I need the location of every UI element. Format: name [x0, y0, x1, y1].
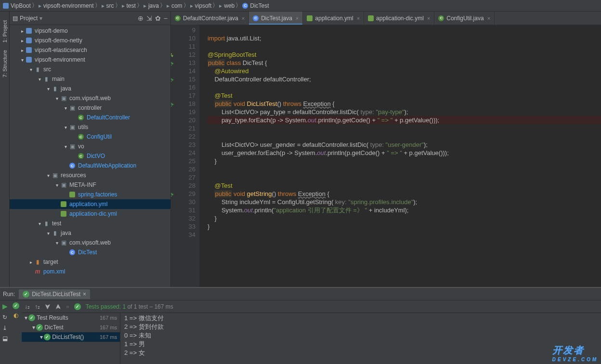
console-line: 1 => 男	[124, 340, 597, 349]
tree-item[interactable]: CConfigUtil	[10, 132, 170, 142]
tree-item[interactable]: CDicTest	[10, 247, 170, 257]
tree-item[interactable]: ▾▣com.vipsoft.web	[10, 93, 170, 103]
test-tree[interactable]: ▾✓ Test Results167 ms▾✓ DicTest167 ms▾✓ …	[22, 313, 120, 364]
tree-item[interactable]: ▾▮test	[10, 219, 170, 228]
sort-icon[interactable]: ↓₂	[25, 303, 30, 310]
breadcrumb-item[interactable]: ▸ web	[219, 2, 235, 9]
test-row[interactable]: ▾✓ DicTest167 ms	[22, 323, 120, 332]
tree-item[interactable]: ▾▮src	[10, 65, 170, 74]
tests-passed-icon: ✓	[74, 303, 81, 310]
tree-item[interactable]: CDictVO	[10, 151, 170, 161]
tree-item[interactable]: ▾▣controller	[10, 103, 170, 113]
code-area[interactable]: 91011☘12⟳1314⟳151617⟳1819202122232425262…	[171, 25, 601, 287]
breadcrumb-item[interactable]: ▸ vipsoft	[190, 2, 212, 9]
expand-icon[interactable]: ⇲	[146, 14, 152, 22]
code[interactable]: import java.util.List; @SpringBootTestpu…	[200, 25, 601, 287]
tree-item[interactable]: ▸vipsoft-elasticsearch	[10, 45, 170, 55]
tree-item[interactable]: ▾▮java	[10, 228, 170, 238]
breadcrumb-item[interactable]: ▸ com	[167, 2, 183, 9]
tree-item[interactable]: ▾▮main	[10, 74, 170, 84]
tree-item[interactable]: ▾▣vo	[10, 142, 170, 151]
console-line: 0 => 未知	[124, 331, 597, 340]
stop-icon[interactable]: ↻	[2, 314, 7, 321]
tree-item[interactable]: ▸▮target	[10, 257, 170, 267]
gear-icon[interactable]: ✿	[155, 14, 161, 22]
tree-item[interactable]: mpom.xml	[10, 267, 170, 276]
tree-item[interactable]: ▾▣com.vipsoft.web	[10, 238, 170, 247]
tree-item[interactable]: application.yml	[10, 199, 170, 209]
locate-icon[interactable]: ⊕	[138, 14, 144, 22]
run-config-tab[interactable]: ✓ DicTest.DicListTest ×	[19, 289, 90, 299]
console[interactable]: 1 => 微信支付2 => 货到付款0 => 未知1 => 男2 => 女	[120, 313, 601, 364]
project-title: Project	[20, 15, 38, 22]
rerun-icon[interactable]: ▶	[2, 302, 8, 310]
run-mid-toolbar: ✓ ◐	[10, 300, 22, 364]
project-header: ▤ Project ▾ ⊕ ⇲ ✿ −	[10, 12, 170, 25]
close-icon[interactable]: ×	[296, 15, 299, 21]
close-icon[interactable]: ×	[242, 15, 245, 21]
sidebar-structure-label[interactable]: 7: Structure	[2, 50, 8, 78]
breadcrumb-item[interactable]: ▸ src	[102, 2, 114, 9]
close-icon[interactable]: ×	[487, 15, 490, 21]
filter-icon[interactable]: ↑₂	[35, 303, 40, 310]
breadcrumb-item[interactable]: C DicTest	[242, 2, 269, 9]
run-toolwindow: Run: ✓ DicTest.DicListTest × ▶ ↻ ⤓ ⬓ ✓ ◐…	[0, 287, 601, 364]
console-line: 2 => 女	[124, 349, 597, 357]
layout-icon[interactable]: ⬓	[2, 335, 8, 342]
close-icon[interactable]: ×	[357, 15, 360, 21]
pin-icon[interactable]: ⤓	[2, 325, 7, 331]
breadcrumb-item[interactable]: ▸ vipsoft-environment	[39, 2, 94, 9]
gutter[interactable]: 91011☘12⟳1314⟳151617⟳1819202122232425262…	[171, 25, 200, 287]
editor-tabs: CDefaultController.java×CDicTest.java×ap…	[171, 12, 601, 25]
editor-tab[interactable]: application-dic.yml×	[364, 12, 434, 25]
editor-tab[interactable]: CDicTest.java×	[249, 12, 303, 25]
editor-tab[interactable]: CConfigUtil.java×	[434, 12, 495, 25]
console-line: 2 => 货到付款	[124, 323, 597, 331]
tree-item[interactable]: ▾▣META-INF	[10, 180, 170, 190]
project-icon: ▤	[13, 15, 18, 22]
expand-all-icon[interactable]: ⮟	[45, 303, 51, 310]
tree-item[interactable]: ▾▮java	[10, 84, 170, 93]
sidebar-project-label[interactable]: 1: Project	[2, 20, 8, 42]
breadcrumb: VipBoot〉▸ vipsoft-environment〉▸ src〉▸ te…	[0, 0, 601, 12]
tree-item[interactable]: ▸vipsoft-demo-netty	[10, 36, 170, 45]
editor: CDefaultController.java×CDicTest.java×ap…	[171, 12, 601, 287]
test-row[interactable]: ▾✓ DicListTest()167 ms	[22, 332, 120, 342]
hide-icon[interactable]: −	[164, 14, 168, 22]
close-icon[interactable]: ×	[83, 291, 86, 298]
editor-tab[interactable]: application.yml×	[303, 12, 364, 25]
editor-tab[interactable]: CDefaultController.java×	[171, 12, 249, 25]
tree-item[interactable]: ▾vipsoft-environment	[10, 55, 170, 65]
status-ok-icon[interactable]: ✓	[13, 302, 19, 309]
tree-item[interactable]: ▸vipsoft-demo	[10, 26, 170, 36]
breadcrumb-item[interactable]: ▸ test	[122, 2, 136, 9]
project-tree[interactable]: ▸vipsoft-demo▸vipsoft-demo-netty▸vipsoft…	[10, 25, 170, 287]
run-toolbar: ▶ ↻ ⤓ ⬓	[0, 300, 10, 364]
ok-icon: ✓	[23, 291, 29, 298]
breadcrumb-item[interactable]: VipBoot	[3, 2, 31, 9]
tree-item[interactable]: spring.factories	[10, 190, 170, 199]
run-status-bar: ↓₂ ↑₂ ⮟ ⮝ » ✓ Tests passed: 1 of 1 test …	[22, 300, 601, 313]
project-panel: ▤ Project ▾ ⊕ ⇲ ✿ − ▸vipsoft-demo▸vipsof…	[10, 12, 171, 287]
tree-item[interactable]: CDefaultWebApplication	[10, 161, 170, 170]
console-line: 1 => 微信支付	[124, 314, 597, 323]
close-icon[interactable]: ×	[427, 15, 430, 21]
status-text-green: Tests passed: 1	[86, 303, 126, 310]
tree-item[interactable]: CDefaultController	[10, 113, 170, 122]
status-text-grey: of 1 test – 167 ms	[126, 303, 173, 310]
watermark: 开发者 DEVZE.COM	[552, 344, 598, 362]
run-title: Run:	[3, 291, 15, 298]
tree-item[interactable]: ▾▣resources	[10, 170, 170, 180]
tree-item[interactable]: ▾▣utils	[10, 122, 170, 132]
run-config-label: DicTest.DicListTest	[32, 291, 80, 298]
breadcrumb-item[interactable]: ▸ java	[144, 2, 159, 9]
tree-item[interactable]: application-dic.yml	[10, 209, 170, 219]
test-row[interactable]: ▾✓ Test Results167 ms	[22, 313, 120, 323]
sidebar-strip: 1: Project 7: Structure	[0, 12, 10, 287]
collapse-all-icon[interactable]: ⮝	[55, 303, 61, 310]
